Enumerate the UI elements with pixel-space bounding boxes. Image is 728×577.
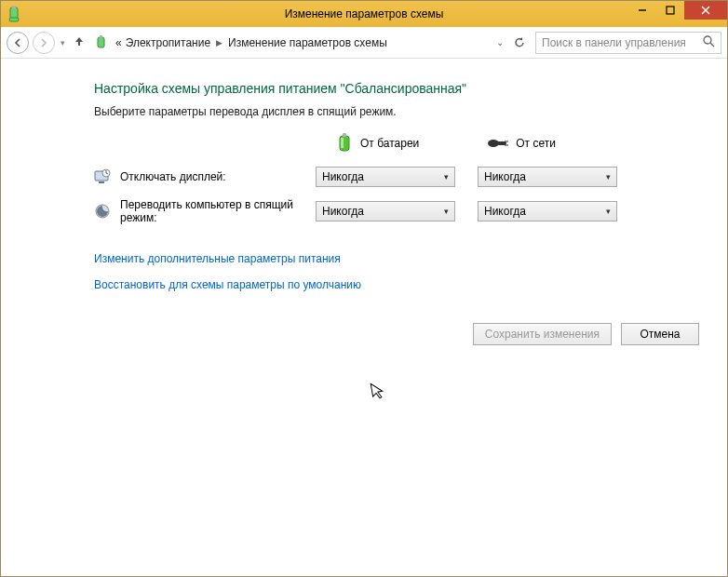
power-source-headers: От батареи От сети <box>336 133 699 154</box>
restore-defaults-link[interactable]: Восстановить для схемы параметры по умол… <box>94 278 699 291</box>
svg-rect-14 <box>497 141 506 145</box>
minimize-button[interactable] <box>628 1 656 20</box>
display-off-battery-dropdown[interactable]: Никогда ▾ <box>316 167 455 187</box>
breadcrumb-dropdown-icon[interactable]: ⌄ <box>496 37 504 47</box>
display-off-plugged-dropdown[interactable]: Никогда ▾ <box>478 167 617 187</box>
monitor-icon <box>94 168 111 185</box>
dropdown-value: Никогда <box>322 170 364 183</box>
page-subtext: Выберите параметры перевода дисплея в сп… <box>94 105 699 118</box>
links-section: Изменить дополнительные параметры питани… <box>94 252 699 291</box>
row-sleep: Переводить компьютер в спящий режим: Ник… <box>94 198 699 224</box>
history-chevron-icon[interactable]: ▾ <box>59 38 67 47</box>
svg-rect-18 <box>99 181 104 183</box>
save-button[interactable]: Сохранить изменения <box>473 323 612 345</box>
button-row: Сохранить изменения Отмена <box>29 323 699 345</box>
app-icon <box>7 6 23 22</box>
svg-rect-12 <box>341 138 344 148</box>
up-button[interactable] <box>71 34 88 50</box>
svg-rect-11 <box>343 133 346 137</box>
svg-rect-3 <box>667 7 674 14</box>
dropdown-value: Никогда <box>322 205 364 218</box>
breadcrumb-item-editplan[interactable]: Изменение параметров схемы <box>228 36 387 49</box>
advanced-settings-link[interactable]: Изменить дополнительные параметры питани… <box>94 252 699 265</box>
breadcrumb: « Электропитание ▶ Изменение параметров … <box>115 36 492 49</box>
svg-line-9 <box>710 43 714 47</box>
content-area: Настройка схемы управления питанием "Сба… <box>1 59 727 345</box>
svg-rect-7 <box>100 35 102 38</box>
sleep-battery-dropdown[interactable]: Никогда ▾ <box>316 201 455 221</box>
maximize-button[interactable] <box>656 1 684 20</box>
chevron-down-icon: ▾ <box>444 207 449 216</box>
back-button[interactable] <box>7 32 29 54</box>
sleep-label: Переводить компьютер в спящий режим: <box>120 198 306 224</box>
dropdown-value: Никогда <box>484 205 526 218</box>
svg-point-8 <box>704 36 711 44</box>
dropdown-value: Никогда <box>484 170 526 183</box>
battery-icon <box>336 133 353 154</box>
plan-icon <box>93 34 110 51</box>
battery-column-header: От батареи <box>336 133 419 154</box>
battery-label: От батареи <box>360 137 419 150</box>
page-heading: Настройка схемы управления питанием "Сба… <box>94 81 699 96</box>
svg-rect-0 <box>10 7 18 19</box>
refresh-button[interactable] <box>513 36 526 49</box>
cursor-icon <box>370 381 388 405</box>
plug-icon <box>486 135 508 152</box>
plugged-label: От сети <box>516 137 556 150</box>
svg-rect-6 <box>98 37 104 47</box>
forward-button[interactable] <box>33 32 55 54</box>
titlebar: Изменение параметров схемы <box>1 1 727 27</box>
row-display-off: Отключать дисплей: Никогда ▾ Никогда ▾ <box>94 167 699 187</box>
search-icon <box>703 35 715 50</box>
chevron-right-icon: ▶ <box>216 38 222 47</box>
plugged-column-header: От сети <box>486 133 556 154</box>
nav-bar: ▾ « Электропитание ▶ Изменение параметро… <box>1 27 727 59</box>
cancel-button[interactable]: Отмена <box>621 323 699 345</box>
window-title: Изменение параметров схемы <box>1 7 727 20</box>
svg-rect-1 <box>12 6 16 8</box>
sleep-plugged-dropdown[interactable]: Никогда ▾ <box>478 201 617 221</box>
moon-icon <box>94 203 111 220</box>
display-off-label: Отключать дисплей: <box>120 170 306 183</box>
chevron-down-icon: ▾ <box>606 172 611 181</box>
chevron-down-icon: ▾ <box>444 172 449 181</box>
search-input[interactable]: Поиск в панели управления <box>535 32 721 54</box>
search-placeholder: Поиск в панели управления <box>542 36 703 49</box>
chevron-down-icon: ▾ <box>606 207 611 216</box>
close-button[interactable] <box>684 1 727 20</box>
breadcrumb-prefix: « <box>115 36 122 49</box>
breadcrumb-item-power[interactable]: Электропитание <box>126 36 210 49</box>
